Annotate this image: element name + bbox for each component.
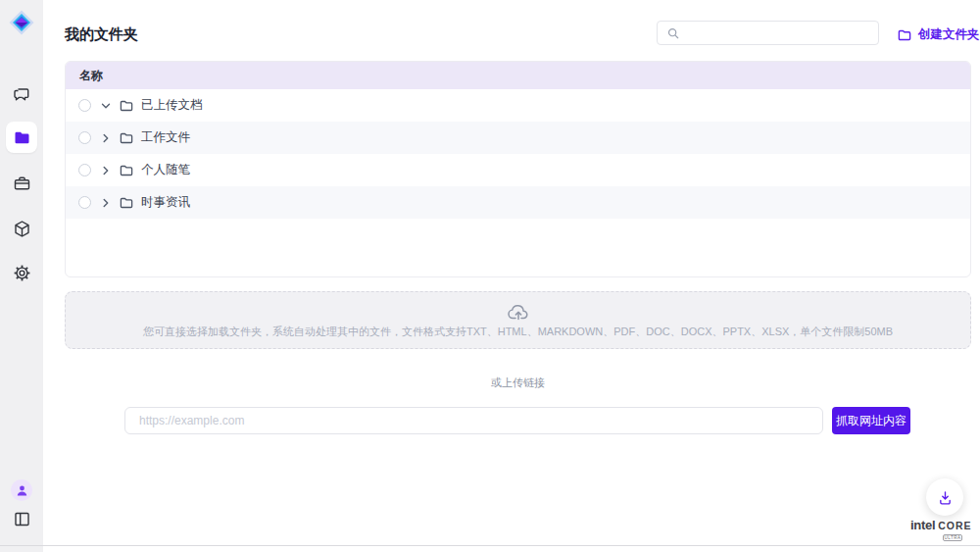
page-title: 我的文件夹	[65, 25, 138, 44]
folder-table: 名称 已上传文档	[65, 61, 971, 277]
fetch-url-button[interactable]: 抓取网址内容	[832, 407, 910, 434]
user-avatar[interactable]	[11, 479, 32, 501]
intel-wordmark: intel	[910, 518, 935, 532]
folder-icon	[120, 164, 133, 177]
row-checkbox[interactable]	[78, 164, 91, 176]
chevron-right-icon[interactable]	[100, 132, 112, 144]
person-icon	[16, 484, 28, 497]
panel-toggle-icon[interactable]	[12, 509, 31, 528]
upload-hint-text: 您可直接选择加载文件夹，系统自动处理其中的文件，文件格式支持TXT、HTML、M…	[143, 325, 893, 339]
url-input[interactable]	[124, 407, 823, 434]
folder-name: 个人随笔	[141, 162, 190, 178]
search-icon	[667, 27, 679, 39]
table-body: 已上传文档 工作文件	[66, 89, 970, 219]
sidebar	[0, 0, 43, 552]
chevron-right-icon[interactable]	[100, 165, 112, 176]
create-folder-button[interactable]: 创建文件夹	[898, 26, 980, 43]
ultra-badge: ULTRA	[943, 534, 962, 541]
folder-name: 时事资讯	[141, 194, 190, 211]
row-checkbox[interactable]	[78, 99, 91, 112]
chat-icon[interactable]	[12, 85, 31, 105]
download-fab-button[interactable]	[926, 478, 963, 516]
download-icon	[937, 489, 954, 506]
core-wordmark: CORE	[938, 520, 971, 531]
chevron-right-icon[interactable]	[100, 197, 112, 209]
gear-icon[interactable]	[12, 263, 31, 282]
search-input[interactable]	[679, 22, 878, 44]
chevron-down-icon[interactable]	[100, 100, 112, 112]
row-checkbox[interactable]	[78, 131, 91, 144]
folder-name: 工作文件	[141, 129, 190, 146]
row-checkbox[interactable]	[78, 196, 91, 209]
intel-core-logo: intel CORE ULTRA	[910, 518, 972, 541]
folder-plus-icon	[898, 28, 911, 42]
app-window: 我的文件夹 创建文件夹 名称	[0, 0, 980, 552]
name-column-header: 名称	[79, 68, 103, 84]
sidebar-item-folders-active[interactable]	[6, 122, 37, 153]
cube-icon[interactable]	[12, 219, 31, 238]
cloud-upload-icon	[507, 302, 530, 322]
table-row[interactable]: 时事资讯	[66, 186, 970, 219]
search-box[interactable]	[657, 21, 879, 45]
folder-name: 已上传文档	[141, 97, 203, 114]
folder-icon	[120, 131, 133, 145]
table-row[interactable]: 工作文件	[66, 122, 970, 154]
table-header: 名称	[66, 62, 970, 89]
folder-icon	[120, 196, 133, 210]
table-row[interactable]: 已上传文档	[66, 89, 970, 122]
briefcase-icon[interactable]	[12, 174, 31, 193]
table-row[interactable]: 个人随笔	[66, 154, 970, 186]
app-logo-icon[interactable]	[9, 10, 34, 35]
or-upload-link-label: 或上传链接	[65, 376, 971, 390]
window-bottom-edge	[0, 545, 980, 546]
folder-icon	[120, 99, 133, 113]
create-folder-label: 创建文件夹	[918, 26, 980, 43]
upload-dropzone[interactable]: 您可直接选择加载文件夹，系统自动处理其中的文件，文件格式支持TXT、HTML、M…	[65, 291, 971, 349]
folder-icon	[13, 128, 31, 147]
